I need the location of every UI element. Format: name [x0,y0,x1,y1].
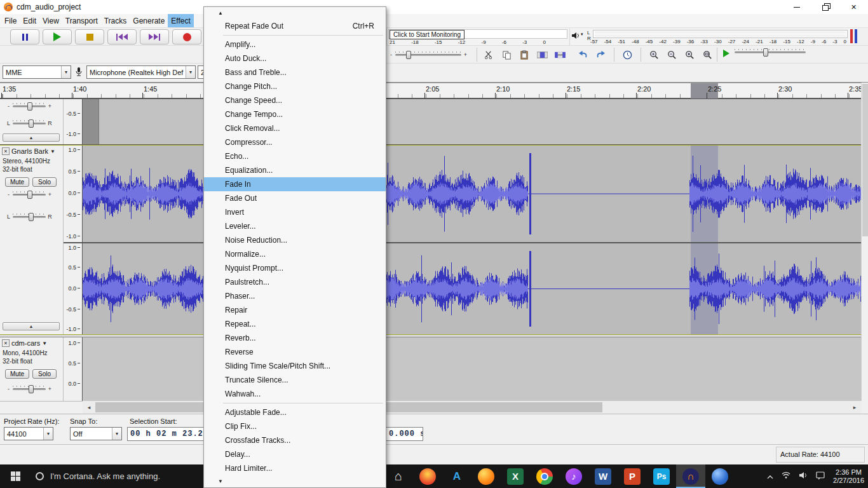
waveform-area[interactable] [83,337,861,401]
menu-file[interactable]: File [1,14,20,27]
track-partial[interactable]: - + L R ▲ -0.5-1.0 [0,99,861,145]
network-icon[interactable] [782,471,790,481]
effect-menu-item-phaser[interactable]: Phaser... [204,289,386,303]
menu-edit[interactable]: Edit [20,14,39,27]
menu-effect[interactable]: Effect [168,14,193,27]
redo-button[interactable] [592,47,609,62]
taskbar-app-home[interactable]: ⌂ [384,464,413,488]
effect-menu-item-sliding-time-scale-pitch-shift[interactable]: Sliding Time Scale/Pitch Shift... [204,359,386,373]
skip-to-end-button[interactable] [140,29,169,44]
slider-thumb[interactable] [27,102,32,111]
skip-to-start-button[interactable] [107,29,137,44]
stop-button[interactable] [75,29,104,44]
effect-menu-item-repair[interactable]: Repair [204,303,386,317]
effect-menu-item-nyquist-prompt[interactable]: Nyquist Prompt... [204,261,386,275]
slider-thumb[interactable] [29,119,34,128]
paste-button[interactable] [516,47,532,62]
effect-menu-item-change-tempo[interactable]: Change Tempo... [204,107,386,121]
vertical-scale-ruler[interactable]: 1.00.50.0-0.5-1.0 [64,243,83,334]
record-button[interactable] [172,29,201,44]
playback-meter[interactable]: L R -57-54-51-48-45-42-39-36-33-30-27-24… [569,29,851,45]
vertical-scrollbar-thumb[interactable] [862,84,868,236]
pause-button[interactable] [10,29,39,44]
copy-button[interactable] [498,47,515,62]
mute-button[interactable]: Mute [5,369,29,379]
effect-menu-item-fade-in[interactable]: Fade In [204,177,386,191]
effect-menu-item-noise-reduction[interactable]: Noise Reduction... [204,233,386,247]
scroll-right-arrow-icon[interactable] [850,401,860,414]
taskbar-excel[interactable]: X [501,464,530,488]
effect-menu-item-normalize[interactable]: Normalize... [204,247,386,261]
monitor-hint-button[interactable]: Click to Start Monitoring [390,30,465,39]
action-center-icon[interactable] [816,471,825,482]
effect-menu-item-change-pitch[interactable]: Change Pitch... [204,79,386,93]
effect-menu-item-compressor[interactable]: Compressor... [204,135,386,149]
effect-menu-item-crossfade-tracks[interactable]: Crossfade Tracks... [204,433,386,447]
project-rate-dropdown[interactable]: 44100 [4,427,53,440]
slider-thumb[interactable] [406,51,411,59]
menu-view[interactable]: View [39,14,62,27]
effect-menu-item-paulstretch[interactable]: Paulstretch... [204,275,386,289]
taskbar-browser-sphere[interactable] [705,464,735,488]
menu-tracks[interactable]: Tracks [101,14,130,27]
effect-menu-item-auto-duck[interactable]: Auto Duck... [204,51,386,65]
playback-speed-slider[interactable] [735,51,806,53]
cortana-search[interactable]: I'm Cortana. Ask me anything. [36,471,198,481]
slider-track[interactable] [735,51,806,53]
start-button[interactable] [0,464,31,488]
solo-button[interactable]: Solo [32,369,57,379]
slider-track[interactable] [395,54,461,56]
menu-transport[interactable]: Transport [62,14,101,27]
taskbar-word[interactable]: W [588,464,618,488]
effect-menu-item-equalization[interactable]: Equalization... [204,163,386,177]
vertical-scrollbar[interactable] [861,83,868,401]
play-button[interactable] [43,29,72,44]
effect-menu-item-clip-fix[interactable]: Clip Fix... [204,419,386,433]
track-menu-caret-icon[interactable]: ▼ [42,341,47,346]
effect-menu-item-echo[interactable]: Echo... [204,149,386,163]
effect-menu-item-reverb[interactable]: Reverb... [204,331,386,345]
gain-slider[interactable]: - + [6,386,52,392]
effect-menu-item-fade-out[interactable]: Fade Out [204,191,386,205]
close-track-button[interactable]: × [2,339,10,347]
effect-menu-item-change-speed[interactable]: Change Speed... [204,93,386,107]
vertical-scale-ruler[interactable]: -0.5-1.0 [64,99,83,144]
taskbar-firefox[interactable] [471,464,501,488]
slider-track[interactable] [13,105,46,107]
undo-button[interactable] [574,47,591,62]
taskbar-clock[interactable]: 2:36 PM 2/27/2016 [833,468,864,485]
waveform-area[interactable] [83,99,861,144]
effect-menu-item-reverse[interactable]: Reverse [204,345,386,359]
effect-menu-item-repeat-fade-out[interactable]: Repeat Fade OutCtrl+R [204,19,386,33]
recording-meter[interactable]: Click to Start Monitoring 21-18-15-12-9-… [386,29,569,45]
zoom-in-button[interactable] [646,47,662,62]
effect-menu-item-hard-limiter[interactable]: Hard Limiter... [204,461,386,475]
close-button[interactable] [839,0,868,14]
gain-slider[interactable]: - + [6,103,52,109]
waveform-area[interactable] [83,146,861,242]
scroll-left-arrow-icon[interactable] [84,401,94,414]
timeline-ruler[interactable]: 1:351:401:452:052:102:152:202:252:302:35 [0,83,861,99]
pan-slider[interactable]: L R [6,120,52,126]
tray-expand-icon[interactable] [767,472,773,481]
slider-track[interactable] [13,388,46,390]
taskbar-app-azure[interactable]: A [442,464,471,488]
track-gnarls-bark[interactable]: × Gnarls Bark ▼ Stereo, 44100Hz 32-bit f… [0,146,861,334]
cut-button[interactable] [480,47,497,62]
audio-host-dropdown[interactable]: MME [3,65,71,79]
effect-menu-item-amplify[interactable]: Amplify... [204,37,386,51]
effect-menu-item-leveler[interactable]: Leveler... [204,219,386,233]
slider-track[interactable] [13,123,46,125]
track-cdm-cars[interactable]: × cdm-cars ▼ Mono, 44100Hz 32-bit float … [0,337,861,401]
effect-menu-item-adjustable-fade[interactable]: Adjustable Fade... [204,405,386,419]
zoom-out-button[interactable] [663,47,680,62]
effect-menu-item-delay[interactable]: Delay... [204,447,386,461]
selection-length-field[interactable]: 0.000 s▾ [386,427,423,441]
vertical-scale-ruler[interactable]: 1.00.50.0-0.5-1.0 [64,146,83,242]
slider-thumb[interactable] [763,48,768,57]
recording-device-dropdown[interactable]: Microphone (Realtek High Def [86,65,196,79]
slider-thumb[interactable] [29,385,34,393]
taskbar-audacity[interactable]: ∩ [676,464,705,488]
silence-audio-button[interactable] [552,47,568,62]
taskbar-photoshop[interactable]: Ps [647,464,676,488]
